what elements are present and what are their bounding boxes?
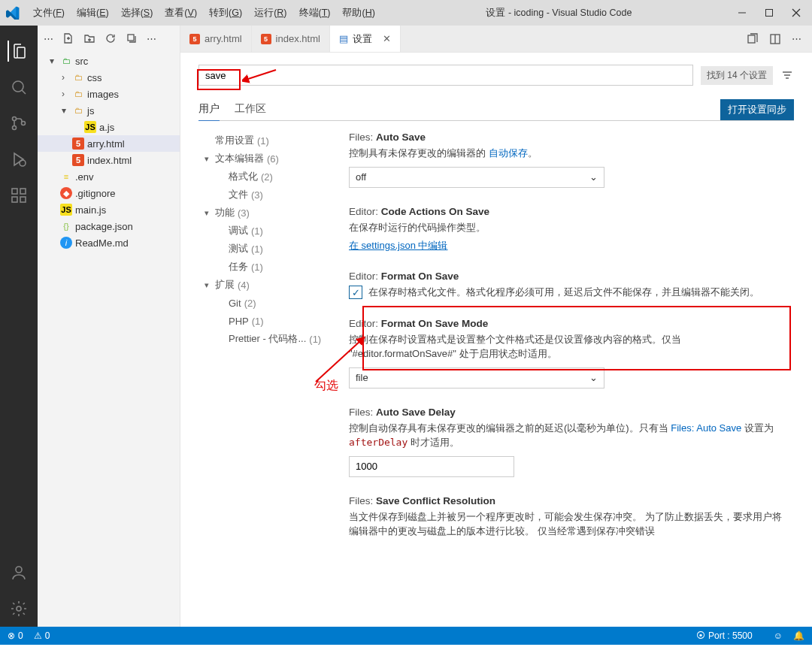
- broadcast-icon: ⦿: [696, 630, 705, 641]
- svg-point-9: [20, 160, 26, 166]
- settings-filter-icon[interactable]: [780, 68, 794, 82]
- search-result-count: 找到 14 个设置: [701, 66, 773, 85]
- scope-workspace-tab[interactable]: 工作区: [235, 98, 266, 120]
- status-bell-icon[interactable]: 🔔: [793, 630, 804, 641]
- tree-item[interactable]: {}package.json: [38, 218, 180, 234]
- maximize-icon[interactable]: [764, 8, 774, 18]
- collapse-all-icon[interactable]: [126, 32, 138, 44]
- settings-toc: 常用设置(1)▾文本编辑器(6)格式化(2)文件(3)▾功能(3)调试(1)测试…: [198, 132, 349, 627]
- extensions-icon[interactable]: [8, 185, 29, 206]
- toc-item[interactable]: 测试(1): [198, 240, 341, 258]
- menu-run[interactable]: 运行(R): [248, 7, 292, 20]
- setting-save-conflict-resolution: Files: Save Conflict Resolution 当文件保存到磁盘…: [349, 495, 786, 539]
- new-file-icon[interactable]: [62, 32, 74, 44]
- tree-item[interactable]: ▾🗀js: [38, 102, 180, 119]
- autosave-delay-link[interactable]: Files: Auto Save: [671, 422, 741, 434]
- toc-item[interactable]: 格式化(2): [198, 168, 341, 186]
- toc-item[interactable]: Git(2): [198, 294, 341, 312]
- tree-item[interactable]: 5arry.html: [38, 135, 180, 152]
- split-editor-icon[interactable]: [769, 33, 781, 45]
- format-mode-select[interactable]: file⌄: [349, 367, 604, 389]
- more-icon[interactable]: ⋯: [147, 33, 156, 44]
- menu-view[interactable]: 查看(V): [159, 7, 203, 20]
- file-tree: ▾🗀src›🗀css›🗀images▾🗀jsJSa.js5arry.html5i…: [38, 51, 180, 252]
- explorer-icon[interactable]: [8, 41, 29, 62]
- tree-item[interactable]: iReadMe.md: [38, 234, 180, 251]
- tree-item[interactable]: ▾🗀src: [38, 53, 180, 69]
- manage-gear-icon[interactable]: [8, 598, 29, 619]
- toc-item[interactable]: 文件(3): [198, 186, 341, 204]
- editor-tab[interactable]: 5index.html: [252, 26, 330, 52]
- menu-go[interactable]: 转到(G): [203, 7, 248, 20]
- autosave-link[interactable]: 自动保存: [489, 147, 528, 159]
- svg-point-7: [13, 126, 17, 130]
- tab-more-icon[interactable]: ⋯: [792, 33, 801, 44]
- settings-search-input[interactable]: [198, 65, 693, 86]
- menu-terminal[interactable]: 终端(T): [293, 7, 337, 20]
- status-port[interactable]: ⦿Port : 5500: [696, 630, 753, 641]
- status-warnings[interactable]: ⚠0: [34, 630, 50, 641]
- svg-rect-13: [20, 189, 26, 194]
- refresh-icon[interactable]: [105, 32, 117, 44]
- svg-line-5: [22, 90, 26, 94]
- explorer-chevron-icon[interactable]: ⋯: [44, 33, 53, 44]
- settings-list: Files: Auto Save 控制具有未保存更改的编辑器的 自动保存。 of…: [349, 132, 794, 627]
- editor-tab[interactable]: ▤设置✕: [330, 26, 401, 52]
- svg-point-15: [17, 606, 21, 611]
- titlebar: 文件(F) 编辑(E) 选择(S) 查看(V) 转到(G) 运行(R) 终端(T…: [0, 0, 812, 26]
- settings-scope-tabs: 用户 工作区 打开设置同步: [198, 98, 794, 121]
- new-folder-icon[interactable]: [83, 32, 95, 44]
- autosave-select[interactable]: off⌄: [349, 167, 604, 188]
- tab-close-icon[interactable]: ✕: [383, 33, 391, 44]
- tree-item[interactable]: JSmain.js: [38, 201, 180, 218]
- tab-action-icon[interactable]: [747, 33, 759, 45]
- toc-item[interactable]: PHP(1): [198, 312, 341, 330]
- toc-item[interactable]: 常用设置(1): [198, 132, 341, 150]
- window-title: 设置 - icoding - Visual Studio Code: [381, 7, 737, 20]
- menu-file[interactable]: 文件(F): [27, 7, 71, 20]
- status-errors[interactable]: ⊗0: [8, 630, 23, 641]
- source-control-icon[interactable]: [8, 113, 29, 134]
- vscode-logo-icon: [6, 6, 20, 20]
- tree-item[interactable]: ≡.env: [38, 168, 180, 185]
- open-settings-sync-button[interactable]: 打开设置同步: [720, 99, 794, 120]
- search-icon[interactable]: [8, 77, 29, 98]
- menu-edit[interactable]: 编辑(E): [71, 7, 115, 20]
- tree-item[interactable]: ›🗀css: [38, 69, 180, 86]
- tree-item[interactable]: ◆.gitignore: [38, 185, 180, 201]
- tree-item[interactable]: ›🗀images: [38, 86, 180, 102]
- svg-rect-10: [12, 189, 17, 194]
- status-feedback-icon[interactable]: ☺: [774, 630, 783, 641]
- toc-item[interactable]: 调试(1): [198, 222, 341, 240]
- editor-area: 5arry.html5index.html▤设置✕⋯ 找到 14 个设置 用户 …: [180, 26, 812, 627]
- window-controls: [737, 8, 806, 18]
- accounts-icon[interactable]: [8, 562, 29, 583]
- setting-auto-save-delay: Files: Auto Save Delay 控制自动保存具有未保存更改的编辑器…: [349, 407, 786, 477]
- status-bar: ⊗0 ⚠0 ⦿Port : 5500 ☺ 🔔: [0, 627, 812, 645]
- settings-editor: 找到 14 个设置 用户 工作区 打开设置同步 常用设置(1)▾文本编辑器(6)…: [180, 53, 812, 627]
- toc-item[interactable]: 任务(1): [198, 258, 341, 276]
- toc-item[interactable]: Prettier - 代码格...(1): [198, 330, 341, 348]
- svg-rect-1: [766, 10, 773, 17]
- svg-rect-17: [748, 35, 755, 43]
- toc-item[interactable]: ▾文本编辑器(6): [198, 150, 341, 168]
- format-on-save-checkbox[interactable]: ✓: [349, 286, 362, 299]
- svg-point-4: [13, 81, 23, 92]
- minimize-icon[interactable]: [737, 8, 747, 18]
- edit-in-json-link[interactable]: 在 settings.json 中编辑: [349, 239, 448, 252]
- error-circle-icon: ⊗: [8, 630, 15, 641]
- menu-selection[interactable]: 选择(S): [115, 7, 159, 20]
- auto-save-delay-input[interactable]: [349, 456, 514, 477]
- scope-user-tab[interactable]: 用户: [198, 98, 220, 121]
- run-debug-icon[interactable]: [8, 149, 29, 170]
- tree-item[interactable]: 5index.html: [38, 152, 180, 168]
- menu-help[interactable]: 帮助(H): [336, 7, 380, 20]
- tree-item[interactable]: JSa.js: [38, 119, 180, 135]
- setting-code-actions-on-save: Editor: Code Actions On Save 在保存时运行的代码操作…: [349, 206, 786, 253]
- warning-icon: ⚠: [34, 630, 42, 641]
- toc-item[interactable]: ▾功能(3): [198, 204, 341, 222]
- svg-rect-11: [12, 197, 17, 202]
- editor-tab[interactable]: 5arry.html: [180, 26, 252, 52]
- close-icon[interactable]: [791, 8, 801, 18]
- toc-item[interactable]: ▾扩展(4): [198, 276, 341, 294]
